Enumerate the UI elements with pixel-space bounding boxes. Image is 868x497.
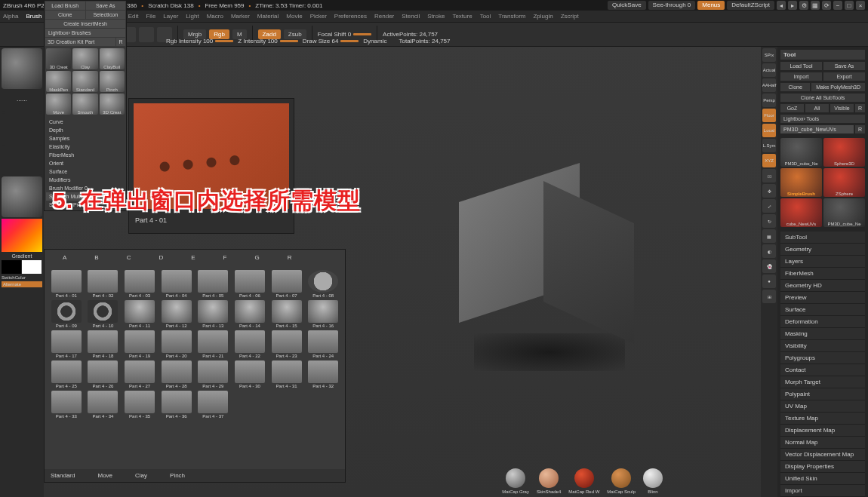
picker-item-18[interactable]: Part 4 - 18 bbox=[86, 330, 121, 358]
picker-item-24[interactable]: Part 4 - 24 bbox=[306, 330, 340, 358]
picker-item-34[interactable]: Part 4 - 34 bbox=[86, 391, 121, 419]
accordion-layers[interactable]: Layers bbox=[780, 256, 865, 268]
accordion-polygroups[interactable]: Polygroups bbox=[780, 352, 865, 364]
mat-sculpey[interactable] bbox=[611, 468, 631, 488]
current-brush-name[interactable]: 3D Creation Kit Part bbox=[45, 38, 115, 46]
menu-material[interactable]: Material bbox=[257, 13, 279, 20]
xyz-icon[interactable]: XYZ bbox=[762, 154, 776, 167]
brush-opt-orient[interactable]: Orient bbox=[46, 159, 125, 167]
footer-standard[interactable]: Standard bbox=[51, 472, 75, 479]
clone-button[interactable]: Clone bbox=[780, 83, 810, 91]
clone-brush-button[interactable]: Clone bbox=[45, 11, 85, 19]
clone-all-button[interactable]: Clone All SubTools bbox=[780, 94, 865, 102]
brush-opt-modifiers[interactable]: Modifiers bbox=[46, 176, 125, 184]
picker-item-26[interactable]: Part 4 - 26 bbox=[86, 360, 121, 388]
accordion-surface[interactable]: Surface bbox=[780, 304, 865, 316]
picker-item-14[interactable]: Part 4 - 14 bbox=[232, 300, 267, 328]
menu-light[interactable]: Light bbox=[186, 13, 199, 20]
picker-item-32[interactable]: Part 4 - 32 bbox=[306, 360, 340, 388]
mat-redwax[interactable] bbox=[574, 468, 594, 488]
texture-tile[interactable] bbox=[2, 145, 42, 175]
tab-c[interactable]: C bbox=[113, 253, 145, 262]
menu-edit[interactable]: Edit bbox=[128, 13, 139, 20]
picker-item-22[interactable]: Part 4 - 22 bbox=[232, 330, 267, 358]
focal-shift-slider[interactable]: Focal Shift 0 bbox=[318, 31, 371, 38]
brush-opt-elasticity[interactable]: Elasticity bbox=[46, 143, 125, 151]
tool-thumb-zsphere[interactable]: ZSphere bbox=[823, 168, 865, 197]
z-intensity-slider[interactable]: Z Intensity 100 bbox=[238, 38, 297, 44]
picker-item-21[interactable]: Part 4 - 21 bbox=[196, 330, 231, 358]
solo-icon[interactable]: ● bbox=[762, 275, 776, 288]
xpose-icon[interactable]: ⊞ bbox=[762, 290, 776, 303]
menu-render[interactable]: Render bbox=[374, 13, 394, 20]
tab-f[interactable]: F bbox=[210, 253, 241, 262]
tool-thumb-sphere[interactable]: Sphere3D bbox=[823, 138, 865, 167]
picker-item-30[interactable]: Part 4 - 30 bbox=[232, 360, 267, 388]
accordion-geometry-hd[interactable]: Geometry HD bbox=[780, 280, 865, 292]
maximize-icon[interactable]: □ bbox=[845, 1, 854, 10]
lsym-icon[interactable]: L.Sym bbox=[762, 139, 776, 152]
picker-item-15[interactable]: Part 4 - 15 bbox=[269, 300, 304, 328]
brush-opt-samples[interactable]: Samples bbox=[46, 134, 125, 143]
menu-marker[interactable]: Marker bbox=[231, 13, 250, 20]
current-tool-name[interactable]: PM3D_cube_NewUVs bbox=[780, 125, 854, 133]
picker-item-4[interactable]: Part 4 - 04 bbox=[159, 270, 194, 298]
polyf-icon[interactable]: ▦ bbox=[762, 229, 776, 243]
accordion-contact[interactable]: Contact bbox=[780, 364, 865, 376]
brush-tile[interactable] bbox=[2, 48, 42, 89]
picker-item-35[interactable]: Part 4 - 35 bbox=[122, 391, 157, 419]
accordion-visibility[interactable]: Visibility bbox=[780, 340, 865, 352]
brush-3d-creation-kit[interactable]: 3D Creat bbox=[100, 94, 125, 115]
brush-claybuildup[interactable]: ClayBuil bbox=[100, 48, 125, 69]
tab-d[interactable]: D bbox=[145, 253, 177, 262]
menu-movie[interactable]: Movie bbox=[286, 13, 302, 20]
menu-layer[interactable]: Layer bbox=[163, 13, 178, 20]
close-icon[interactable]: × bbox=[856, 1, 865, 10]
export-button[interactable]: Export bbox=[823, 72, 865, 81]
menu-transform[interactable]: Transform bbox=[498, 13, 525, 20]
picker-item-6[interactable]: Part 4 - 06 bbox=[232, 270, 267, 298]
picker-item-2[interactable]: Part 4 - 02 bbox=[86, 270, 121, 298]
tab-g[interactable]: G bbox=[241, 253, 272, 262]
lightbox-brushes-button[interactable]: Lightbox› Brushes bbox=[45, 29, 125, 37]
picker-item-1[interactable]: Part 4 - 01 bbox=[49, 270, 84, 298]
accordion-polypaint[interactable]: Polypaint bbox=[780, 388, 865, 400]
lightbox-tools-button[interactable]: Lightbox› Tools bbox=[780, 115, 865, 123]
load-tool-button[interactable]: Load Tool bbox=[780, 62, 822, 70]
tool-thumb-cube[interactable]: PM3D_cube_Ne bbox=[780, 138, 822, 167]
accordion-import[interactable]: Import bbox=[780, 485, 865, 497]
picker-item-8[interactable]: Part 4 - 08 bbox=[306, 270, 340, 298]
picker-item-16[interactable]: Part 4 - 16 bbox=[306, 300, 340, 328]
goz-all-button[interactable]: All bbox=[805, 104, 829, 112]
import-button[interactable]: Import bbox=[780, 72, 822, 81]
menu-macro[interactable]: Macro bbox=[207, 13, 223, 20]
picker-item-13[interactable]: Part 4 - 13 bbox=[196, 300, 231, 328]
picker-item-29[interactable]: Part 4 - 29 bbox=[196, 360, 231, 388]
menu-preferences[interactable]: Preferences bbox=[334, 13, 367, 20]
brush-standard[interactable]: Standard bbox=[72, 71, 97, 92]
accordion-preview[interactable]: Preview bbox=[780, 292, 865, 304]
accordion-subtool[interactable]: SubTool bbox=[780, 232, 865, 244]
make-polymesh-button[interactable]: Make PolyMesh3D bbox=[811, 83, 865, 91]
save-brush-button[interactable]: Save As bbox=[86, 2, 126, 10]
seethrough-slider[interactable]: See-through 0 bbox=[648, 1, 696, 10]
mat-gray[interactable] bbox=[506, 468, 525, 488]
menu-alpha[interactable]: Alpha bbox=[3, 13, 18, 20]
footer-pinch[interactable]: Pinch bbox=[170, 472, 185, 479]
color-picker[interactable] bbox=[2, 219, 42, 252]
brush-move[interactable]: Move bbox=[46, 94, 71, 115]
picker-item-37[interactable]: Part 4 - 37 bbox=[196, 391, 231, 419]
menu-stroke[interactable]: Stroke bbox=[427, 13, 445, 20]
picker-item-19[interactable]: Part 4 - 19 bbox=[122, 330, 157, 358]
menu-texture[interactable]: Texture bbox=[452, 13, 472, 20]
goz-button[interactable]: GoZ bbox=[780, 104, 804, 112]
picker-item-9[interactable]: Part 4 - 09 bbox=[49, 300, 84, 328]
accordion-fibermesh[interactable]: FiberMesh bbox=[780, 268, 865, 280]
material-tile[interactable] bbox=[2, 176, 42, 217]
menu-zscript[interactable]: Zscript bbox=[561, 13, 579, 20]
local-icon[interactable]: Local bbox=[762, 124, 776, 137]
menu-tool[interactable]: Tool bbox=[480, 13, 491, 20]
tool-thumb-simplebrush[interactable]: SimpleBrush bbox=[780, 168, 822, 197]
switchcolor-label[interactable]: SwitchColor bbox=[2, 275, 42, 280]
picker-item-27[interactable]: Part 4 - 27 bbox=[122, 360, 157, 388]
